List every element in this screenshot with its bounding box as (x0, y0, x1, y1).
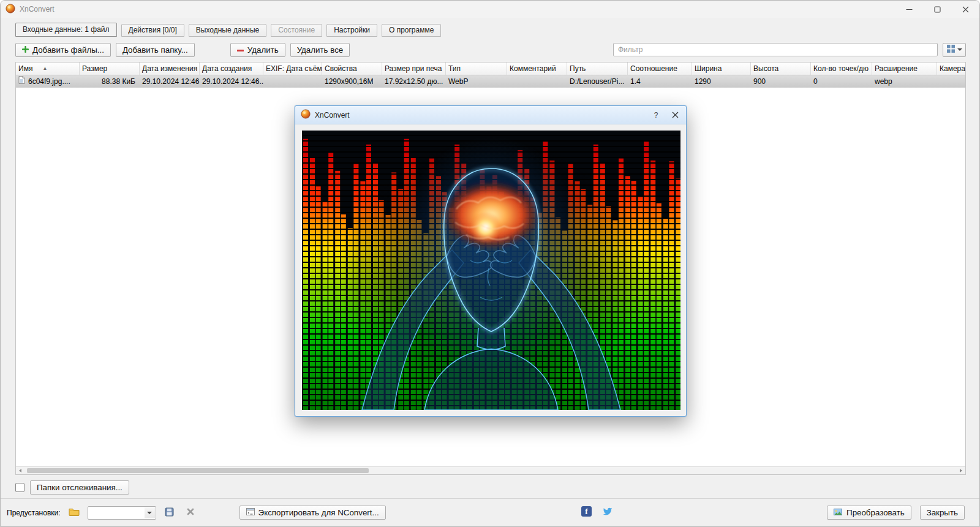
presets-label: Предустановки: (7, 509, 61, 517)
column-header-comment[interactable]: Комментарий (507, 63, 567, 75)
remove-all-label: Удалить все (297, 45, 344, 55)
watch-folders-checkbox[interactable] (15, 483, 24, 492)
column-header-modified[interactable]: Дата изменения (140, 63, 200, 75)
tab-label: Входные данные: 1 файл (23, 25, 110, 34)
cell-width: 1290 (692, 75, 751, 88)
cell-exif-date (263, 75, 322, 88)
facebook-icon[interactable]: f (581, 506, 592, 517)
save-floppy-icon (165, 507, 174, 518)
tab-output[interactable]: Выходные данные (189, 24, 266, 37)
tab-about[interactable]: О программе (382, 24, 441, 37)
app-icon (6, 4, 15, 15)
table-row[interactable]: 6c04f9.jpg.... 88.38 КиБ 29.10.2024 12:4… (16, 75, 965, 88)
dialog-help-button[interactable]: ? (649, 108, 663, 122)
save-preset-button[interactable] (162, 506, 177, 520)
xnconvert-window: XnConvert Входные данные: 1 файл Действи… (0, 0, 980, 527)
horizontal-scrollbar[interactable] (16, 466, 965, 474)
column-label: Тип (448, 64, 461, 73)
convert-button[interactable]: Преобразовать (827, 506, 911, 520)
watch-folders-row: Папки отслеживания... (15, 480, 129, 495)
open-preset-folder-button[interactable] (67, 506, 81, 520)
dialog-title-bar[interactable]: XnConvert ? (295, 106, 686, 124)
folder-icon (69, 507, 80, 518)
column-header-extension[interactable]: Расширение (872, 63, 937, 75)
column-header-size[interactable]: Размер (80, 63, 140, 75)
chevron-down-icon (957, 48, 962, 51)
minimize-button[interactable] (895, 1, 923, 18)
column-header-exif-date[interactable]: EXIF: Дата съёмки (263, 63, 322, 75)
cell-size: 88.38 КиБ (80, 75, 140, 88)
column-header-print-size[interactable]: Размер при печа (382, 63, 446, 75)
cell-dpi: 0 (811, 75, 872, 88)
add-folder-label: Добавить папку... (123, 45, 188, 55)
column-header-created[interactable]: Дата создания (200, 63, 263, 75)
cell-print-size: 17.92x12.50 дю... (382, 75, 446, 88)
view-mode-button[interactable] (943, 43, 966, 57)
tab-status[interactable]: Состояние (271, 24, 322, 37)
tab-settings[interactable]: Настройки (326, 24, 377, 37)
scroll-right-arrow-icon[interactable] (957, 467, 965, 474)
column-header-dpi[interactable]: Кол-во точек/дю (811, 63, 872, 75)
tab-label: Действия [0/0] (129, 26, 177, 34)
close-label: Закрыть (927, 508, 958, 517)
remove-all-button[interactable]: Удалить все (290, 43, 350, 57)
column-header-type[interactable]: Тип (446, 63, 507, 75)
watch-folders-button[interactable]: Папки отслеживания... (30, 480, 129, 495)
column-label: Дата создания (202, 64, 252, 73)
minus-icon (237, 45, 244, 55)
maximize-button[interactable] (923, 1, 951, 18)
horizontal-scrollbar-thumb[interactable] (27, 468, 369, 473)
window-title: XnConvert (20, 5, 55, 13)
cell-height: 900 (751, 75, 811, 88)
column-label: Камера, (940, 64, 965, 73)
column-label: Путь (570, 64, 586, 73)
column-label: Соотношение (630, 64, 677, 73)
bottom-bar: Предустановки: Экспортировать для NConve… (1, 498, 979, 526)
preview-image (302, 131, 680, 410)
column-label: Размер (82, 64, 107, 73)
twitter-icon[interactable] (602, 506, 613, 518)
toolbar: Добавить файлы... Добавить папку... Удал… (15, 42, 966, 57)
column-header-camera[interactable]: Камера, (937, 63, 965, 75)
remove-button[interactable]: Удалить (230, 43, 285, 57)
watch-folders-label: Папки отслеживания... (37, 483, 123, 492)
export-nconvert-button[interactable]: Экспортировать для NConvert... (239, 506, 386, 520)
column-label: Размер при печа (385, 64, 442, 73)
column-header-height[interactable]: Высота (751, 63, 811, 75)
column-header-properties[interactable]: Свойства (322, 63, 382, 75)
cell-camera (937, 75, 965, 88)
file-icon (18, 75, 25, 88)
combo-arrow-zone[interactable] (145, 507, 155, 518)
column-header-name[interactable]: Имя▲ (16, 63, 80, 75)
column-header-ratio[interactable]: Соотношение (628, 63, 692, 75)
tab-actions[interactable]: Действия [0/0] (121, 24, 184, 37)
cell-path: D:/Lenouser/Pi... (567, 75, 628, 88)
dialog-body (295, 124, 686, 416)
close-button[interactable] (951, 1, 979, 18)
tab-input-files[interactable]: Входные данные: 1 файл (15, 23, 117, 37)
scroll-left-arrow-icon[interactable] (16, 467, 24, 474)
column-label: Комментарий (510, 64, 556, 73)
cell-type: WebP (446, 75, 507, 88)
filter-input[interactable] (613, 43, 938, 56)
cell-modified: 29.10.2024 12:46... (140, 75, 200, 88)
add-files-button[interactable]: Добавить файлы... (15, 43, 111, 57)
dialog-close-button[interactable] (668, 108, 682, 122)
chevron-down-icon (147, 512, 152, 514)
column-label: Кол-во точек/дю (813, 64, 869, 73)
screen: XnConvert Входные данные: 1 файл Действи… (0, 0, 980, 527)
column-header-path[interactable]: Путь (567, 63, 628, 75)
sort-ascending-icon: ▲ (42, 66, 47, 71)
tab-label: Настройки (334, 26, 370, 34)
close-app-button[interactable]: Закрыть (920, 506, 965, 520)
title-bar[interactable]: XnConvert (1, 1, 979, 18)
preset-select[interactable] (88, 506, 156, 520)
convert-label: Преобразовать (846, 508, 905, 517)
table-header: Имя▲ Размер Дата изменения Дата создания… (16, 63, 965, 75)
add-folder-button[interactable]: Добавить папку... (116, 43, 195, 57)
delete-x-icon (187, 508, 194, 517)
cell-properties: 1290x900,16M (322, 75, 382, 88)
column-label: Ширина (695, 64, 722, 73)
column-header-width[interactable]: Ширина (692, 63, 751, 75)
delete-preset-button[interactable] (183, 506, 198, 520)
